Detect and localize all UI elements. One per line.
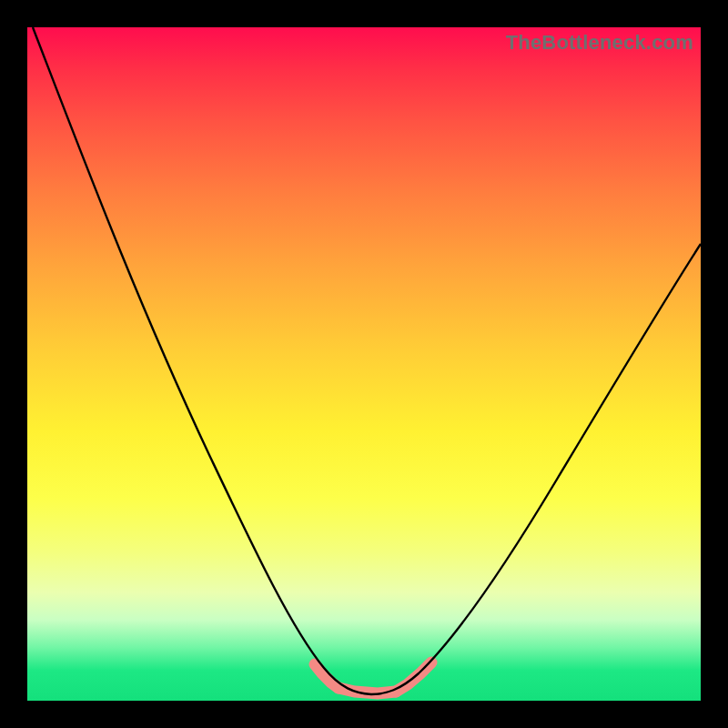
- plot-area: TheBottleneck.com: [27, 27, 701, 701]
- curve-layer: [27, 27, 701, 701]
- chart-frame: TheBottleneck.com: [0, 0, 728, 728]
- bottleneck-curve: [33, 27, 701, 694]
